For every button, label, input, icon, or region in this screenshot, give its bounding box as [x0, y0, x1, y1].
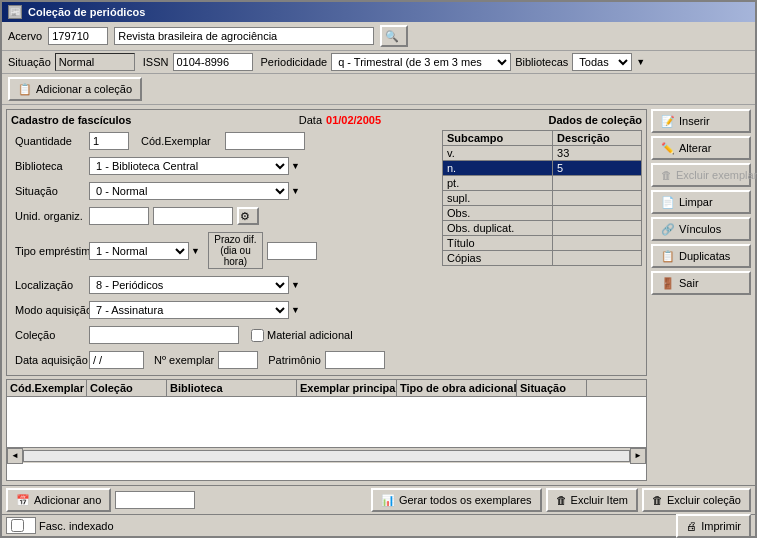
subcampo-cell[interactable]: Título: [443, 236, 553, 251]
acervo-input[interactable]: [48, 27, 108, 45]
add-collection-row: 📋 Adicionar a coleção: [2, 74, 755, 105]
excluir-exemplar-button[interactable]: 🗑 Excluir exemplar: [651, 163, 751, 187]
unid-organiz-input1[interactable]: [89, 207, 149, 225]
excluir-item-button[interactable]: 🗑 Excluir Item: [546, 488, 638, 512]
descricao-header: Descrição: [553, 131, 642, 146]
data-row: Data 01/02/2005: [299, 114, 381, 126]
unid-organiz-label: Unid. organiz.: [15, 210, 85, 222]
prazo-label: Prazo dif. (dia ou hora): [208, 232, 263, 269]
subcampo-cell[interactable]: v.: [443, 146, 553, 161]
scroll-left-button[interactable]: ◄: [7, 448, 23, 464]
material-adicional-row: Material adicional: [251, 329, 353, 342]
gerar-todos-button[interactable]: 📊 Gerar todos os exemplares: [371, 488, 542, 512]
subcampo-cell[interactable]: pt.: [443, 176, 553, 191]
sair-icon: 🚪: [661, 277, 675, 290]
subcampo-cell[interactable]: n.: [443, 161, 553, 176]
subcampo-section: Subcampo Descrição v.33n.5pt.supl.Obs.Ob…: [442, 130, 642, 371]
periodicidade-select[interactable]: q - Trimestral (de 3 em 3 mes: [331, 53, 511, 71]
unid-organiz-row: Unid. organiz. ⚙: [11, 205, 436, 227]
acervo-description-input[interactable]: [114, 27, 374, 45]
situacao-field-label: Situação: [15, 185, 85, 197]
subcampo-cell[interactable]: Obs.: [443, 206, 553, 221]
limpar-button[interactable]: 📄 Limpar: [651, 190, 751, 214]
excluir-colecao-button[interactable]: 🗑 Excluir coleção: [642, 488, 751, 512]
bibliotecas-select[interactable]: Todas: [572, 53, 632, 71]
descricao-cell[interactable]: 5: [553, 161, 642, 176]
settings-icon: ⚙: [240, 210, 250, 223]
cod-exemplar-input[interactable]: [225, 132, 305, 150]
localizacao-select[interactable]: 8 - Periódicos: [89, 276, 289, 294]
bibliotecas-dropdown-arrow: ▼: [636, 57, 645, 67]
patrimonio-input[interactable]: [325, 351, 385, 369]
col-exemplar-principal: Exemplar principal: [297, 380, 397, 396]
sair-button[interactable]: 🚪 Sair: [651, 271, 751, 295]
limpar-icon: 📄: [661, 196, 675, 209]
main-section: Cadastro de fascículos Data 01/02/2005 D…: [2, 105, 755, 485]
alterar-button[interactable]: ✏️ Alterar: [651, 136, 751, 160]
descricao-cell[interactable]: [553, 221, 642, 236]
bottom-buttons-bar: 📅 Adicionar ano 📊 Gerar todos os exempla…: [2, 485, 755, 514]
biblioteca-label: Biblioteca: [15, 160, 85, 172]
situacao-field-select[interactable]: 0 - Normal: [89, 182, 289, 200]
subcampo-cell[interactable]: Cópias: [443, 251, 553, 266]
descricao-cell[interactable]: 33: [553, 146, 642, 161]
patrimonio-label: Patrimônio: [268, 354, 321, 366]
modo-aquisicao-row: Modo aquisição 7 - Assinatura ▼: [11, 299, 436, 321]
fasc-indexado-section: Fasc. indexado: [6, 517, 114, 534]
col-cod-exemplar: Cód.Exemplar: [7, 380, 87, 396]
descricao-cell[interactable]: [553, 236, 642, 251]
excluir-exemplar-icon: 🗑: [661, 169, 672, 181]
prazo-input[interactable]: [267, 242, 317, 260]
adicionar-ano-input[interactable]: [115, 491, 195, 509]
nro-exemplar-input[interactable]: [218, 351, 258, 369]
scroll-right-button[interactable]: ►: [630, 448, 646, 464]
subcampo-table: Subcampo Descrição v.33n.5pt.supl.Obs.Ob…: [442, 130, 642, 266]
fasc-indexado-checkbox[interactable]: [11, 519, 24, 532]
modo-aquisicao-select[interactable]: 7 - Assinatura: [89, 301, 289, 319]
acervo-search-button[interactable]: 🔍: [380, 25, 408, 47]
horizontal-scrollbar[interactable]: ◄ ►: [7, 447, 646, 463]
duplicatas-button[interactable]: 📋 Duplicatas: [651, 244, 751, 268]
colecao-input[interactable]: [89, 326, 239, 344]
localizacao-arrow: ▼: [291, 280, 300, 290]
scroll-track[interactable]: [23, 450, 630, 462]
duplicatas-icon: 📋: [661, 250, 675, 263]
exemplares-header: Cód.Exemplar Coleção Biblioteca Exemplar…: [7, 380, 646, 397]
descricao-cell[interactable]: [553, 206, 642, 221]
issn-label: ISSN: [143, 56, 169, 68]
data-aquisicao-input[interactable]: [89, 351, 144, 369]
excluir-item-icon: 🗑: [556, 494, 567, 506]
window-icon: 📰: [8, 5, 22, 19]
descricao-cell[interactable]: [553, 176, 642, 191]
subcampo-cell[interactable]: Obs. duplicat.: [443, 221, 553, 236]
situacao-row: Situação Normal ISSN Periodicidade q - T…: [2, 51, 755, 74]
left-panel: Cadastro de fascículos Data 01/02/2005 D…: [6, 109, 647, 481]
biblioteca-select[interactable]: 1 - Biblioteca Central: [89, 157, 289, 175]
excluir-colecao-icon: 🗑: [652, 494, 663, 506]
issn-input[interactable]: [173, 53, 253, 71]
add-collection-button[interactable]: 📋 Adicionar a coleção: [8, 77, 142, 101]
vinculos-button[interactable]: 🔗 Vínculos: [651, 217, 751, 241]
unid-organiz-button[interactable]: ⚙: [237, 207, 259, 225]
vinculos-icon: 🔗: [661, 223, 675, 236]
adicionar-ano-button[interactable]: 📅 Adicionar ano: [6, 488, 111, 512]
imprimir-icon: 🖨: [686, 520, 697, 532]
descricao-cell[interactable]: [553, 251, 642, 266]
cadastro-title: Cadastro de fascículos: [11, 114, 131, 126]
quantidade-label: Quantidade: [15, 135, 85, 147]
inserir-button[interactable]: 📝 Inserir: [651, 109, 751, 133]
cadastro-section: Cadastro de fascículos Data 01/02/2005 D…: [6, 109, 647, 376]
unid-organiz-input2[interactable]: [153, 207, 233, 225]
material-adicional-checkbox[interactable]: [251, 329, 264, 342]
tipo-emprestimo-select[interactable]: 1 - Normal: [89, 242, 189, 260]
subcampo-cell[interactable]: supl.: [443, 191, 553, 206]
add-icon: 📋: [18, 83, 32, 96]
situacao-dropdown-arrow: ▼: [291, 186, 300, 196]
quantidade-input[interactable]: [89, 132, 129, 150]
gerar-todos-icon: 📊: [381, 494, 395, 507]
bibliotecas-label: Bibliotecas: [515, 56, 568, 68]
descricao-cell[interactable]: [553, 191, 642, 206]
acervo-row: Acervo 🔍: [2, 22, 755, 51]
imprimir-button[interactable]: 🖨 Imprimir: [676, 514, 751, 538]
left-fields: Quantidade Cód.Exemplar Biblioteca 1 - B…: [11, 130, 436, 371]
